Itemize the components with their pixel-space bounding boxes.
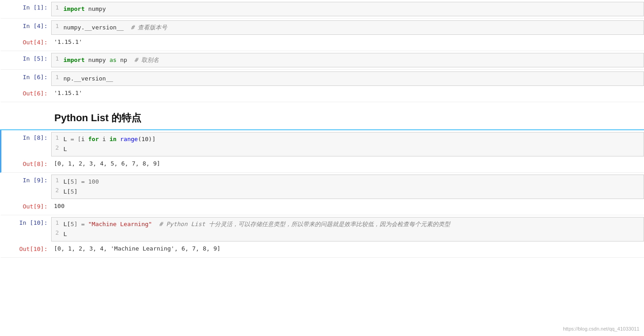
cell-label-out: Out[8]: [1,158,51,167]
code-line-1: 1numpy.__version__ # 查看版本号 [54,23,641,33]
watermark: https://blog.csdn.net/qq_41033011 [563,326,639,331]
code-line-2: 2L [54,229,641,239]
cell-input-area[interactable]: 1numpy.__version__ # 查看版本号 [51,20,644,35]
code-content: L[5] = "Machine Learning" # Python List … [63,219,450,229]
code-content: import numpy [63,4,106,14]
line-number: 1 [54,74,63,84]
cell-input-area[interactable]: 1import numpy as np # 取别名 [51,53,644,67]
output-content: 100 [51,201,67,211]
code-line-1: 1L = [i for i in range(10)] [54,134,641,144]
cell-input-area[interactable]: 1import numpy [51,2,644,16]
code-line-1: 1import numpy as np # 取别名 [54,55,641,65]
cell-cell9[interactable]: In [9]:1L[5] = 1002L[5]Out[9]:100 [0,173,644,215]
cell-label-in: In [5]: [1,53,51,62]
input-row: In [1]:1import numpy [1,2,644,16]
cell-label-in: In [10]: [1,217,51,226]
cell-label-out: Out[9]: [1,201,51,210]
output-content: [0, 1, 2, 3, 4, 'Machine Learning', 6, 7… [51,243,223,254]
code-line-1: 1import numpy [54,4,641,14]
code-content: L[5] = 100 [63,177,99,187]
code-content: np.__version__ [63,74,113,84]
input-row: In [8]:1L = [i for i in range(10)]2L [1,132,644,156]
input-row: In [10]:1L[5] = "Machine Learning" # Pyt… [1,217,644,241]
code-content: import numpy as np # 取别名 [63,55,159,65]
cell-label-in: In [9]: [1,175,51,184]
cell-label-out: Out[10]: [1,243,51,252]
code-line-2: 2L [54,144,641,154]
line-number: 2 [54,144,63,154]
line-number: 1 [54,134,63,144]
code-content: L [63,144,67,154]
cell-label-in: In [1]: [1,2,51,11]
cell-input-area[interactable]: 1L[5] = "Machine Learning" # Python List… [51,217,644,241]
cell-label-in: In [4]: [1,20,51,29]
cell-input-area[interactable]: 1L[5] = 1002L[5] [51,175,644,199]
line-number: 1 [54,55,63,65]
cell-cell10[interactable]: In [10]:1L[5] = "Machine Learning" # Pyt… [0,215,644,258]
cell-cell5[interactable]: In [5]:1import numpy as np # 取别名 [0,51,644,70]
cell-label-out: Out[6]: [1,88,51,97]
cell-label-out: Out[4]: [1,37,51,46]
output-row: Out[9]:100 [1,199,644,213]
input-row: In [5]:1import numpy as np # 取别名 [1,53,644,67]
heading-text: Python List 的特点 [54,111,644,125]
code-content: numpy.__version__ # 查看版本号 [63,23,167,33]
notebook: In [1]:1import numpyIn [4]:1numpy.__vers… [0,0,644,336]
heading-heading1: Python List 的特点 [0,102,644,130]
input-row: In [4]:1numpy.__version__ # 查看版本号 [1,20,644,35]
code-content: L = [i for i in range(10)] [63,134,156,144]
code-content: L [63,229,67,239]
output-content: [0, 1, 2, 3, 4, 5, 6, 7, 8, 9] [51,158,163,169]
output-content: '1.15.1' [51,88,85,98]
code-line-2: 2L[5] [54,187,641,197]
output-row: Out[6]:'1.15.1' [1,86,644,100]
line-number: 2 [54,229,63,239]
code-line-1: 1np.__version__ [54,74,641,84]
cell-cell6[interactable]: In [6]:1np.__version__Out[6]:'1.15.1' [0,70,644,102]
cell-cell8[interactable]: In [8]:1L = [i for i in range(10)]2LOut[… [0,130,644,173]
code-content: L[5] [63,187,77,197]
line-number: 1 [54,219,63,229]
output-row: Out[8]:[0, 1, 2, 3, 4, 5, 6, 7, 8, 9] [1,156,644,170]
line-number: 1 [54,4,63,14]
output-row: Out[10]:[0, 1, 2, 3, 4, 'Machine Learnin… [1,241,644,256]
cell-cell4[interactable]: In [4]:1numpy.__version__ # 查看版本号Out[4]:… [0,19,644,51]
input-row: In [9]:1L[5] = 1002L[5] [1,175,644,199]
cell-label-in: In [6]: [1,71,51,80]
cell-input-area[interactable]: 1L = [i for i in range(10)]2L [51,132,644,156]
code-line-1: 1L[5] = 100 [54,177,641,187]
output-content: '1.15.1' [51,37,85,47]
line-number: 2 [54,187,63,197]
code-line-1: 1L[5] = "Machine Learning" # Python List… [54,219,641,229]
line-number: 1 [54,177,63,187]
input-row: In [6]:1np.__version__ [1,71,644,86]
cell-input-area[interactable]: 1np.__version__ [51,71,644,86]
output-row: Out[4]:'1.15.1' [1,35,644,49]
line-number: 1 [54,23,63,33]
cell-cell1[interactable]: In [1]:1import numpy [0,0,644,19]
cell-label-in: In [8]: [1,132,51,141]
